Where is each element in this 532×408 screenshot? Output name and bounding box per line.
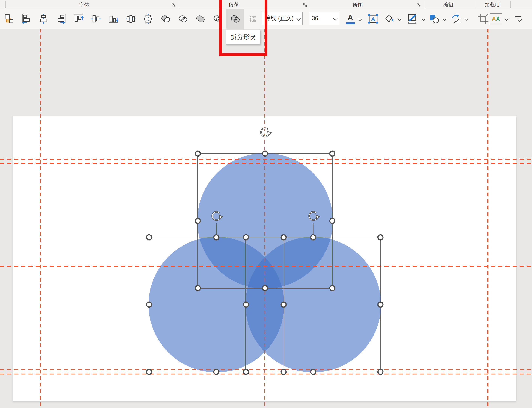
ax-text-tool-icon: AX xyxy=(490,14,502,24)
crop-button[interactable] xyxy=(477,9,489,29)
chevron-down-icon[interactable] xyxy=(421,17,426,21)
align-center-horizontal-icon xyxy=(38,14,49,24)
group-separator xyxy=(5,1,6,8)
annotation-highlight-box xyxy=(219,0,268,56)
chevron-down-icon[interactable] xyxy=(398,17,402,21)
presentation-editor-window: 字体 段落 绘图 编辑 加载项 xyxy=(0,0,532,408)
resize-handle[interactable] xyxy=(146,302,152,308)
resize-handle[interactable] xyxy=(262,151,268,157)
smart-guide-vertical-right xyxy=(487,29,488,408)
resize-handle[interactable] xyxy=(243,369,249,375)
collapse-toolbar-button[interactable] xyxy=(515,9,521,29)
shape-fill-button[interactable] xyxy=(384,9,401,29)
group-label-editing: 编辑 xyxy=(443,0,454,10)
distribute-vertical-icon xyxy=(143,14,154,24)
tooltip: 拆分形状 xyxy=(226,30,260,45)
distribute-horizontal-button[interactable] xyxy=(122,9,139,29)
resize-handle[interactable] xyxy=(329,151,336,157)
collapse-toolbar-icon xyxy=(515,17,521,21)
chevron-down-icon[interactable] xyxy=(442,17,447,21)
shape-union-button[interactable] xyxy=(192,9,209,29)
align-right-button[interactable] xyxy=(52,9,70,29)
font-size-combo[interactable]: 36 xyxy=(309,12,339,25)
text-box-button[interactable]: A xyxy=(367,9,379,29)
align-left-icon xyxy=(21,14,32,24)
resize-handle[interactable] xyxy=(310,234,316,240)
chevron-down-icon[interactable] xyxy=(333,17,338,21)
rotate-handle-icon[interactable] xyxy=(259,127,272,140)
resize-handle[interactable] xyxy=(378,302,384,308)
font-color-letter: A xyxy=(348,13,353,22)
rotate-handle-icon[interactable] xyxy=(307,210,320,223)
chevron-down-icon[interactable] xyxy=(464,17,468,21)
align-bottom-icon xyxy=(108,14,119,24)
change-shape-button[interactable] xyxy=(429,9,446,29)
shape-combine-icon xyxy=(160,14,171,24)
resize-handle[interactable] xyxy=(243,234,249,240)
ax-letter-x: X xyxy=(496,16,500,22)
chevron-down-icon[interactable] xyxy=(296,17,301,21)
shape-outline-pencil-icon xyxy=(407,13,419,25)
ax-letter-a: A xyxy=(492,16,496,22)
group-separator xyxy=(310,1,310,8)
resize-handle[interactable] xyxy=(195,151,201,157)
dialog-launcher-icon[interactable] xyxy=(303,2,308,8)
align-left-button[interactable] xyxy=(17,9,35,29)
font-color-button[interactable]: A xyxy=(345,9,362,29)
align-middle-vertical-icon xyxy=(91,14,101,24)
resize-handle[interactable] xyxy=(146,234,152,240)
ax-text-tool-button[interactable]: AX xyxy=(490,9,508,29)
shape-combine-button[interactable] xyxy=(157,9,174,29)
shape-intersect-icon xyxy=(177,14,188,24)
rotate-handle-icon[interactable] xyxy=(210,210,223,223)
smart-guide-horizontal-5 xyxy=(0,374,532,374)
group-label-drawing: 绘图 xyxy=(353,0,363,10)
shape-fill-icon xyxy=(384,13,395,25)
align-center-horizontal-button[interactable] xyxy=(35,9,52,29)
align-top-icon xyxy=(73,14,84,24)
distribute-vertical-button[interactable] xyxy=(139,9,157,29)
font-color-icon: A xyxy=(345,13,355,25)
text-box-letter: A xyxy=(371,16,375,22)
group-separator xyxy=(475,1,475,8)
smart-guide-vertical-left xyxy=(40,29,41,408)
rotate-objects-button[interactable] xyxy=(450,9,468,29)
chevron-down-icon[interactable] xyxy=(505,17,509,21)
crop-icon xyxy=(477,13,489,25)
resize-handle[interactable] xyxy=(243,302,249,308)
group-label-font: 字体 xyxy=(79,0,89,10)
chevron-down-icon[interactable] xyxy=(358,17,362,21)
group-label-addins: 加载项 xyxy=(485,0,500,10)
align-right-icon xyxy=(56,14,67,24)
font-name-combo[interactable]: 等线 (正文) xyxy=(262,12,303,25)
arrange-order-icon xyxy=(3,14,14,24)
dialog-launcher-icon[interactable] xyxy=(171,2,177,8)
font-size-value: 36 xyxy=(309,15,318,22)
align-middle-vertical-button[interactable] xyxy=(87,9,104,29)
align-top-button[interactable] xyxy=(70,9,87,29)
group-separator xyxy=(510,1,511,8)
tooltip-text: 拆分形状 xyxy=(231,33,255,41)
group-separator xyxy=(179,1,179,8)
text-box-icon: A xyxy=(367,13,379,25)
rotate-icon xyxy=(450,13,462,25)
distribute-horizontal-icon xyxy=(125,14,136,24)
shape-intersect-button[interactable] xyxy=(174,9,192,29)
font-color-swatch xyxy=(346,23,355,24)
arrange-order-button[interactable] xyxy=(0,9,17,29)
change-shape-icon xyxy=(429,13,440,25)
resize-handle[interactable] xyxy=(146,369,152,375)
shape-union-icon xyxy=(195,14,206,24)
resize-handle[interactable] xyxy=(378,369,384,375)
resize-handle[interactable] xyxy=(329,218,336,224)
shape-outline-button[interactable] xyxy=(407,9,425,29)
group-separator xyxy=(425,1,425,8)
resize-handle[interactable] xyxy=(310,369,316,375)
resize-handle[interactable] xyxy=(378,234,384,240)
dialog-launcher-icon[interactable] xyxy=(416,2,422,8)
resize-handle[interactable] xyxy=(213,234,220,240)
selection-box-bottom-right-circle xyxy=(245,237,381,372)
align-bottom-button[interactable] xyxy=(104,9,122,29)
resize-handle[interactable] xyxy=(195,218,201,224)
resize-handle[interactable] xyxy=(213,369,220,375)
